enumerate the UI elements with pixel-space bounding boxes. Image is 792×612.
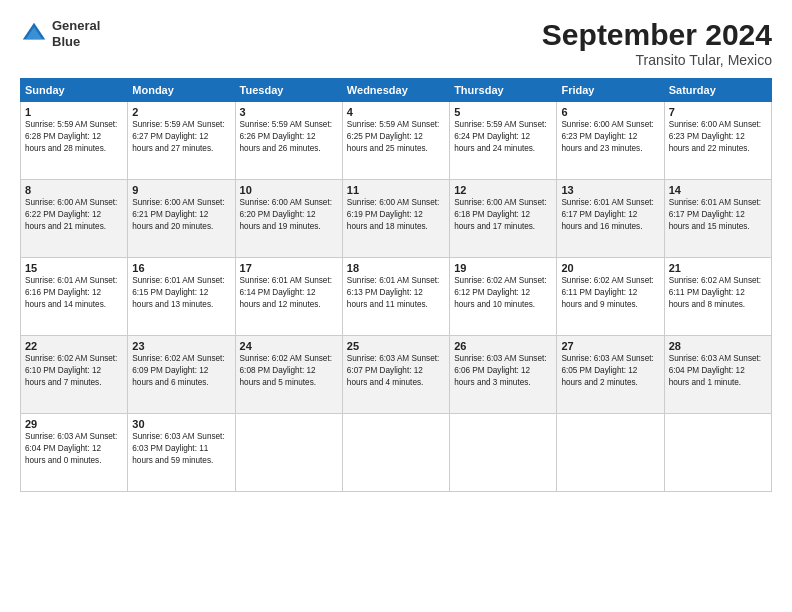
calendar-body: 1Sunrise: 5:59 AM Sunset: 6:28 PM Daylig… (21, 102, 772, 492)
table-row: 3Sunrise: 5:59 AM Sunset: 6:26 PM Daylig… (235, 102, 342, 180)
calendar-row: 1Sunrise: 5:59 AM Sunset: 6:28 PM Daylig… (21, 102, 772, 180)
table-row: 21Sunrise: 6:02 AM Sunset: 6:11 PM Dayli… (664, 258, 771, 336)
table-row (664, 414, 771, 492)
calendar-header-row: Sunday Monday Tuesday Wednesday Thursday… (21, 79, 772, 102)
table-row: 16Sunrise: 6:01 AM Sunset: 6:15 PM Dayli… (128, 258, 235, 336)
day-info: Sunrise: 6:03 AM Sunset: 6:03 PM Dayligh… (132, 431, 230, 467)
table-row: 12Sunrise: 6:00 AM Sunset: 6:18 PM Dayli… (450, 180, 557, 258)
day-info: Sunrise: 6:01 AM Sunset: 6:15 PM Dayligh… (132, 275, 230, 311)
day-number: 28 (669, 340, 767, 352)
location-subtitle: Transito Tular, Mexico (542, 52, 772, 68)
day-number: 19 (454, 262, 552, 274)
table-row: 29Sunrise: 6:03 AM Sunset: 6:04 PM Dayli… (21, 414, 128, 492)
table-row: 7Sunrise: 6:00 AM Sunset: 6:23 PM Daylig… (664, 102, 771, 180)
day-number: 11 (347, 184, 445, 196)
day-number: 24 (240, 340, 338, 352)
table-row (557, 414, 664, 492)
day-number: 6 (561, 106, 659, 118)
day-number: 3 (240, 106, 338, 118)
day-number: 27 (561, 340, 659, 352)
day-number: 1 (25, 106, 123, 118)
day-number: 13 (561, 184, 659, 196)
day-info: Sunrise: 6:00 AM Sunset: 6:22 PM Dayligh… (25, 197, 123, 233)
calendar-row: 22Sunrise: 6:02 AM Sunset: 6:10 PM Dayli… (21, 336, 772, 414)
day-number: 15 (25, 262, 123, 274)
table-row: 10Sunrise: 6:00 AM Sunset: 6:20 PM Dayli… (235, 180, 342, 258)
day-number: 23 (132, 340, 230, 352)
day-number: 26 (454, 340, 552, 352)
table-row: 4Sunrise: 5:59 AM Sunset: 6:25 PM Daylig… (342, 102, 449, 180)
table-row (450, 414, 557, 492)
table-row: 13Sunrise: 6:01 AM Sunset: 6:17 PM Dayli… (557, 180, 664, 258)
day-info: Sunrise: 6:00 AM Sunset: 6:23 PM Dayligh… (669, 119, 767, 155)
day-number: 21 (669, 262, 767, 274)
day-number: 10 (240, 184, 338, 196)
table-row: 17Sunrise: 6:01 AM Sunset: 6:14 PM Dayli… (235, 258, 342, 336)
day-info: Sunrise: 6:02 AM Sunset: 6:09 PM Dayligh… (132, 353, 230, 389)
day-number: 18 (347, 262, 445, 274)
day-info: Sunrise: 6:02 AM Sunset: 6:10 PM Dayligh… (25, 353, 123, 389)
table-row: 24Sunrise: 6:02 AM Sunset: 6:08 PM Dayli… (235, 336, 342, 414)
day-info: Sunrise: 6:00 AM Sunset: 6:18 PM Dayligh… (454, 197, 552, 233)
day-info: Sunrise: 5:59 AM Sunset: 6:28 PM Dayligh… (25, 119, 123, 155)
logo-text: General Blue (52, 18, 100, 49)
table-row: 22Sunrise: 6:02 AM Sunset: 6:10 PM Dayli… (21, 336, 128, 414)
day-info: Sunrise: 6:02 AM Sunset: 6:11 PM Dayligh… (669, 275, 767, 311)
logo-icon (20, 20, 48, 48)
day-number: 4 (347, 106, 445, 118)
day-number: 29 (25, 418, 123, 430)
table-row (235, 414, 342, 492)
day-number: 12 (454, 184, 552, 196)
day-info: Sunrise: 6:02 AM Sunset: 6:12 PM Dayligh… (454, 275, 552, 311)
day-number: 16 (132, 262, 230, 274)
logo: General Blue (20, 18, 100, 49)
calendar-row: 29Sunrise: 6:03 AM Sunset: 6:04 PM Dayli… (21, 414, 772, 492)
table-row: 6Sunrise: 6:00 AM Sunset: 6:23 PM Daylig… (557, 102, 664, 180)
day-number: 5 (454, 106, 552, 118)
day-number: 30 (132, 418, 230, 430)
table-row: 25Sunrise: 6:03 AM Sunset: 6:07 PM Dayli… (342, 336, 449, 414)
day-number: 17 (240, 262, 338, 274)
day-number: 8 (25, 184, 123, 196)
day-info: Sunrise: 6:00 AM Sunset: 6:19 PM Dayligh… (347, 197, 445, 233)
day-info: Sunrise: 6:03 AM Sunset: 6:04 PM Dayligh… (669, 353, 767, 389)
day-number: 2 (132, 106, 230, 118)
day-number: 7 (669, 106, 767, 118)
day-info: Sunrise: 6:03 AM Sunset: 6:07 PM Dayligh… (347, 353, 445, 389)
day-number: 25 (347, 340, 445, 352)
day-info: Sunrise: 6:01 AM Sunset: 6:17 PM Dayligh… (561, 197, 659, 233)
col-wednesday: Wednesday (342, 79, 449, 102)
col-saturday: Saturday (664, 79, 771, 102)
day-number: 22 (25, 340, 123, 352)
col-tuesday: Tuesday (235, 79, 342, 102)
header: General Blue September 2024 Transito Tul… (20, 18, 772, 68)
col-friday: Friday (557, 79, 664, 102)
day-info: Sunrise: 6:02 AM Sunset: 6:11 PM Dayligh… (561, 275, 659, 311)
table-row (342, 414, 449, 492)
day-info: Sunrise: 5:59 AM Sunset: 6:25 PM Dayligh… (347, 119, 445, 155)
table-row: 1Sunrise: 5:59 AM Sunset: 6:28 PM Daylig… (21, 102, 128, 180)
day-info: Sunrise: 6:01 AM Sunset: 6:17 PM Dayligh… (669, 197, 767, 233)
day-info: Sunrise: 5:59 AM Sunset: 6:24 PM Dayligh… (454, 119, 552, 155)
table-row: 23Sunrise: 6:02 AM Sunset: 6:09 PM Dayli… (128, 336, 235, 414)
day-info: Sunrise: 6:01 AM Sunset: 6:13 PM Dayligh… (347, 275, 445, 311)
day-number: 9 (132, 184, 230, 196)
day-info: Sunrise: 6:00 AM Sunset: 6:20 PM Dayligh… (240, 197, 338, 233)
table-row: 8Sunrise: 6:00 AM Sunset: 6:22 PM Daylig… (21, 180, 128, 258)
day-number: 14 (669, 184, 767, 196)
table-row: 27Sunrise: 6:03 AM Sunset: 6:05 PM Dayli… (557, 336, 664, 414)
col-thursday: Thursday (450, 79, 557, 102)
table-row: 2Sunrise: 5:59 AM Sunset: 6:27 PM Daylig… (128, 102, 235, 180)
table-row: 26Sunrise: 6:03 AM Sunset: 6:06 PM Dayli… (450, 336, 557, 414)
day-info: Sunrise: 6:02 AM Sunset: 6:08 PM Dayligh… (240, 353, 338, 389)
col-sunday: Sunday (21, 79, 128, 102)
table-row: 28Sunrise: 6:03 AM Sunset: 6:04 PM Dayli… (664, 336, 771, 414)
day-info: Sunrise: 6:03 AM Sunset: 6:05 PM Dayligh… (561, 353, 659, 389)
table-row: 19Sunrise: 6:02 AM Sunset: 6:12 PM Dayli… (450, 258, 557, 336)
day-info: Sunrise: 6:03 AM Sunset: 6:06 PM Dayligh… (454, 353, 552, 389)
table-row: 15Sunrise: 6:01 AM Sunset: 6:16 PM Dayli… (21, 258, 128, 336)
day-number: 20 (561, 262, 659, 274)
day-info: Sunrise: 6:00 AM Sunset: 6:23 PM Dayligh… (561, 119, 659, 155)
table-row: 14Sunrise: 6:01 AM Sunset: 6:17 PM Dayli… (664, 180, 771, 258)
calendar-row: 8Sunrise: 6:00 AM Sunset: 6:22 PM Daylig… (21, 180, 772, 258)
